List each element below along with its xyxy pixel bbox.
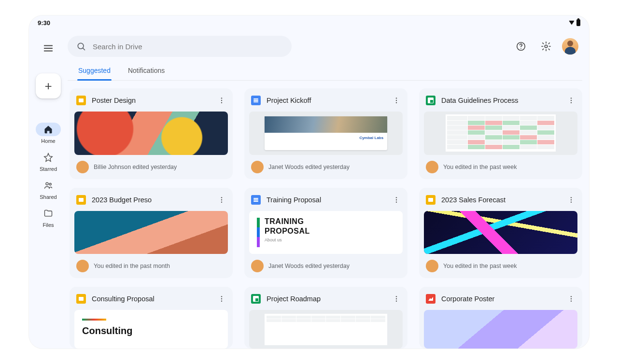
- svg-point-2: [78, 43, 84, 49]
- search-bar[interactable]: [68, 36, 292, 57]
- nav-starred[interactable]: Starred: [29, 149, 68, 174]
- settings-button[interactable]: [537, 37, 555, 56]
- more-vert-icon: [393, 295, 400, 303]
- file-thumbnail: [424, 112, 577, 155]
- editor-avatar: [76, 260, 89, 272]
- svg-point-0: [46, 182, 48, 185]
- file-title: Consulting Proposal: [92, 295, 210, 303]
- svg-point-12: [571, 98, 572, 98]
- svg-point-23: [571, 201, 572, 202]
- more-button[interactable]: [390, 293, 403, 305]
- svg-point-11: [396, 102, 397, 103]
- svg-point-7: [221, 100, 222, 101]
- file-card[interactable]: Project Roadmap: [244, 287, 407, 349]
- nav-shared[interactable]: Shared: [29, 177, 68, 202]
- file-card[interactable]: Data Guidelines Process: [419, 88, 582, 179]
- file-meta: Janet Woods edited yesterday: [268, 164, 350, 170]
- tab-suggested[interactable]: Suggested: [77, 63, 112, 80]
- svg-point-9: [396, 98, 397, 98]
- svg-point-31: [571, 298, 572, 299]
- thumb-logo: Cymbal Labs: [359, 136, 383, 140]
- help-icon: [516, 41, 526, 52]
- file-card[interactable]: 2023 Budget Preso You edited in the past…: [70, 188, 233, 279]
- search-input[interactable]: [93, 42, 283, 51]
- svg-point-10: [396, 100, 397, 101]
- sheets-icon: [426, 96, 435, 105]
- svg-point-28: [396, 298, 397, 299]
- svg-point-17: [221, 201, 222, 202]
- svg-point-19: [396, 199, 397, 200]
- file-card[interactable]: Poster Design Billie Johnson edited yest…: [70, 88, 233, 179]
- hamburger-icon: [43, 43, 54, 54]
- more-button[interactable]: [565, 293, 577, 305]
- sheets-icon: [251, 294, 261, 304]
- more-button[interactable]: [565, 194, 577, 206]
- tablet-frame: 9:30 + Home Starred Shared: [29, 15, 589, 349]
- navigation-rail: + Home Starred Shared Files: [29, 30, 68, 349]
- file-title: Corporate Poster: [441, 295, 559, 303]
- file-thumbnail: [424, 211, 577, 254]
- svg-point-6: [221, 98, 222, 98]
- more-vert-icon: [218, 295, 225, 303]
- file-meta: You edited in the past week: [443, 263, 517, 269]
- file-thumbnail: Consulting: [74, 310, 228, 349]
- wifi-icon: [569, 21, 575, 25]
- nav-home[interactable]: Home: [29, 121, 68, 146]
- file-meta: You edited in the past week: [443, 164, 517, 170]
- gear-icon: [541, 41, 551, 52]
- star-icon: [43, 153, 53, 162]
- status-icons: [569, 19, 580, 26]
- file-meta: You edited in the past month: [94, 263, 170, 269]
- file-thumbnail: Cymbal Labs: [249, 112, 403, 155]
- file-meta: Billie Johnson edited yesterday: [94, 164, 177, 170]
- svg-point-14: [571, 102, 572, 103]
- search-icon: [76, 42, 86, 51]
- status-bar: 9:30: [29, 15, 589, 30]
- svg-point-25: [221, 298, 222, 299]
- more-button[interactable]: [215, 293, 228, 305]
- svg-point-13: [571, 100, 572, 101]
- top-bar: [68, 30, 582, 61]
- thumb-subheading: About us: [265, 238, 310, 242]
- thumb-heading: Consulting: [82, 325, 220, 336]
- nav-starred-label: Starred: [40, 166, 57, 172]
- nav-files-label: Files: [42, 222, 54, 228]
- editor-avatar: [251, 161, 264, 173]
- file-thumbnail: [424, 310, 577, 349]
- file-card[interactable]: Training Proposal TRAINING PROPOSAL Abou…: [244, 188, 407, 279]
- editor-avatar: [426, 260, 438, 272]
- file-card[interactable]: Project Kickoff Cymbal Labs Janet Woods …: [244, 88, 407, 179]
- slides-icon: [426, 195, 435, 205]
- more-button[interactable]: [215, 194, 228, 206]
- svg-point-18: [396, 197, 397, 198]
- file-card[interactable]: 2023 Sales Forecast You edited in the pa…: [419, 188, 582, 279]
- slides-icon: [76, 96, 86, 105]
- svg-point-4: [520, 48, 521, 49]
- svg-point-5: [545, 45, 548, 48]
- more-button[interactable]: [565, 94, 577, 107]
- editor-avatar: [76, 161, 89, 173]
- account-avatar[interactable]: [562, 38, 578, 55]
- more-button[interactable]: [390, 94, 403, 107]
- svg-point-21: [571, 197, 572, 198]
- nav-files[interactable]: Files: [29, 205, 68, 230]
- file-card[interactable]: Corporate Poster: [419, 287, 582, 349]
- file-card[interactable]: Consulting Proposal Consulting: [70, 287, 233, 349]
- more-vert-icon: [567, 97, 575, 104]
- more-vert-icon: [393, 196, 400, 204]
- more-button[interactable]: [390, 194, 403, 206]
- new-button[interactable]: +: [36, 73, 61, 98]
- help-button[interactable]: [512, 37, 530, 56]
- svg-point-24: [221, 296, 222, 297]
- menu-button[interactable]: [39, 39, 58, 58]
- people-icon: [43, 181, 53, 190]
- tab-notifications[interactable]: Notifications: [127, 63, 166, 80]
- file-title: 2023 Sales Forecast: [441, 196, 559, 204]
- file-title: Data Guidelines Process: [441, 97, 559, 104]
- svg-point-20: [396, 201, 397, 202]
- more-vert-icon: [567, 196, 575, 204]
- more-button[interactable]: [215, 94, 228, 107]
- svg-point-27: [396, 296, 397, 297]
- battery-icon: [576, 19, 580, 26]
- slides-icon: [76, 195, 86, 205]
